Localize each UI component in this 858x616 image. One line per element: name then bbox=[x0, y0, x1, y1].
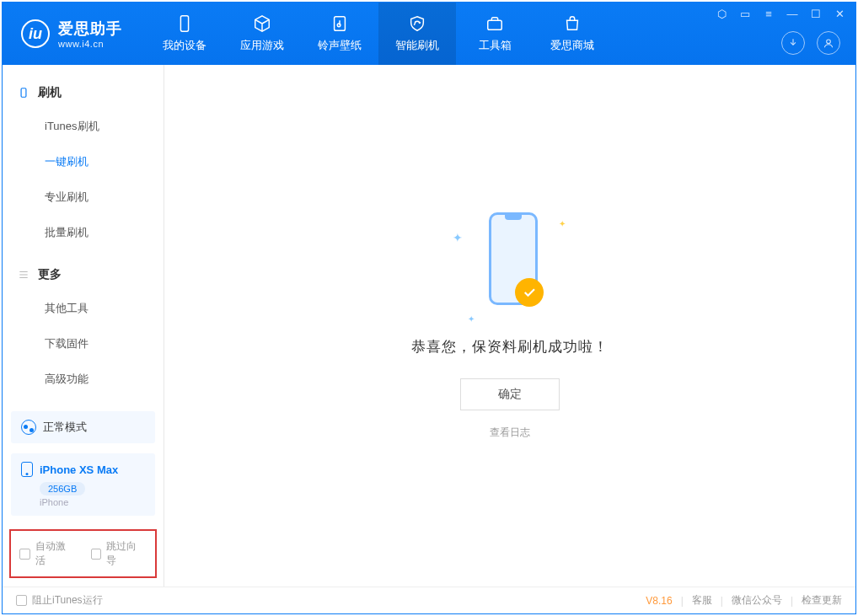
top-nav: 我的设备 应用游戏 铃声壁纸 智能刷机 工具箱 爱思商城 bbox=[146, 3, 611, 65]
svg-rect-5 bbox=[21, 88, 26, 98]
body: 刷机 iTunes刷机 一键刷机 专业刷机 批量刷机 更多 其他工具 下载固件 … bbox=[3, 65, 855, 587]
checkbox-icon bbox=[91, 549, 102, 560]
menu-icon[interactable]: ≡ bbox=[763, 8, 775, 20]
header-side-controls bbox=[781, 31, 840, 55]
device-icon bbox=[18, 87, 29, 99]
nav-label: 铃声壁纸 bbox=[318, 38, 362, 53]
checkbox-block-itunes[interactable]: 阻止iTunes运行 bbox=[16, 593, 103, 608]
mode-box[interactable]: 正常模式 bbox=[11, 411, 155, 443]
cube-icon bbox=[253, 14, 271, 33]
sparkle-icon: ✦ bbox=[468, 314, 475, 324]
header: iu 爱思助手 www.i4.cn 我的设备 应用游戏 铃声壁纸 智能刷机 bbox=[3, 3, 855, 65]
window-controls: ⬡ ▭ ≡ ― ☐ ✕ bbox=[716, 8, 845, 20]
view-log-link[interactable]: 查看日志 bbox=[490, 426, 530, 440]
separator: | bbox=[721, 595, 723, 607]
footer-link-update[interactable]: 检查更新 bbox=[802, 593, 842, 608]
logo-text: 爱思助手 www.i4.cn bbox=[58, 19, 122, 49]
checkmark-badge-icon bbox=[515, 278, 544, 307]
maximize-button[interactable]: ☐ bbox=[810, 8, 822, 20]
download-button[interactable] bbox=[781, 31, 805, 55]
sparkle-icon: ✦ bbox=[559, 219, 566, 228]
app-window: iu 爱思助手 www.i4.cn 我的设备 应用游戏 铃声壁纸 智能刷机 bbox=[2, 2, 856, 614]
nav-toolbox[interactable]: 工具箱 bbox=[456, 3, 534, 65]
nav-smart-flash[interactable]: 智能刷机 bbox=[378, 3, 456, 65]
sidebar-item-download-firmware[interactable]: 下载固件 bbox=[3, 326, 164, 362]
app-name-en: www.i4.cn bbox=[58, 39, 122, 49]
checkbox-auto-activate[interactable]: 自动激活 bbox=[19, 539, 76, 568]
briefcase-icon bbox=[485, 14, 504, 33]
footer-link-service[interactable]: 客服 bbox=[692, 593, 712, 608]
music-file-icon bbox=[330, 14, 349, 33]
checkbox-icon bbox=[19, 549, 30, 560]
group-title: 刷机 bbox=[38, 85, 62, 100]
logo-icon: iu bbox=[21, 19, 50, 48]
sparkle-icon: ✦ bbox=[453, 231, 463, 244]
footer-right: V8.16 | 客服 | 微信公众号 | 检查更新 bbox=[646, 593, 842, 608]
sidebar-item-oneclick-flash[interactable]: 一键刷机 bbox=[3, 144, 164, 179]
footer: 阻止iTunes运行 V8.16 | 客服 | 微信公众号 | 检查更新 bbox=[3, 587, 855, 613]
nav-label: 工具箱 bbox=[479, 38, 512, 53]
minimize-button[interactable]: ― bbox=[786, 8, 798, 20]
sidebar-item-pro-flash[interactable]: 专业刷机 bbox=[3, 179, 164, 215]
version-label: V8.16 bbox=[646, 595, 672, 607]
nav-store[interactable]: 爱思商城 bbox=[534, 3, 611, 65]
sidebar-group-flash: 刷机 bbox=[3, 77, 164, 109]
note-icon[interactable]: ▭ bbox=[739, 8, 751, 20]
separator: | bbox=[791, 595, 793, 607]
sidebar: 刷机 iTunes刷机 一键刷机 专业刷机 批量刷机 更多 其他工具 下载固件 … bbox=[3, 65, 164, 587]
sidebar-scroll: 刷机 iTunes刷机 一键刷机 专业刷机 批量刷机 更多 其他工具 下载固件 … bbox=[3, 65, 164, 404]
account-button[interactable] bbox=[817, 31, 840, 55]
option-row-highlighted: 自动激活 跳过向导 bbox=[9, 529, 157, 578]
device-name: iPhone XS Max bbox=[40, 463, 118, 476]
nav-my-device[interactable]: 我的设备 bbox=[146, 3, 223, 65]
sidebar-item-batch-flash[interactable]: 批量刷机 bbox=[3, 215, 164, 250]
bag-icon bbox=[563, 14, 582, 33]
sidebar-item-itunes-flash[interactable]: iTunes刷机 bbox=[3, 109, 164, 144]
phone-small-icon bbox=[21, 462, 33, 477]
phone-icon bbox=[175, 14, 194, 33]
list-icon bbox=[18, 269, 29, 281]
nav-apps-games[interactable]: 应用游戏 bbox=[223, 3, 301, 65]
checkbox-label: 阻止iTunes运行 bbox=[32, 593, 103, 608]
sidebar-item-other-tools[interactable]: 其他工具 bbox=[3, 291, 164, 326]
mode-label: 正常模式 bbox=[43, 420, 87, 435]
group-title: 更多 bbox=[38, 267, 62, 282]
nav-label: 应用游戏 bbox=[240, 38, 284, 53]
nav-label: 智能刷机 bbox=[395, 38, 439, 53]
main-content: ✦ ✦ ✦ 恭喜您，保资料刷机成功啦！ 确定 查看日志 bbox=[164, 65, 855, 587]
success-message: 恭喜您，保资料刷机成功啦！ bbox=[411, 337, 609, 356]
mode-icon bbox=[21, 420, 36, 435]
success-illustration: ✦ ✦ ✦ bbox=[459, 212, 560, 322]
sidebar-item-advanced[interactable]: 高级功能 bbox=[3, 362, 164, 397]
checkbox-icon bbox=[16, 595, 27, 606]
device-capacity: 256GB bbox=[40, 482, 85, 495]
ok-button[interactable]: 确定 bbox=[460, 378, 560, 410]
checkbox-skip-guide[interactable]: 跳过向导 bbox=[91, 539, 147, 568]
refresh-shield-icon bbox=[408, 14, 426, 33]
sidebar-group-more: 更多 bbox=[3, 259, 164, 291]
nav-label: 我的设备 bbox=[163, 38, 206, 53]
device-card[interactable]: iPhone XS Max 256GB iPhone bbox=[11, 453, 155, 516]
svg-rect-3 bbox=[488, 20, 502, 29]
app-name-cn: 爱思助手 bbox=[58, 19, 122, 39]
nav-label: 爱思商城 bbox=[550, 38, 594, 53]
separator: | bbox=[681, 595, 684, 607]
shirt-icon[interactable]: ⬡ bbox=[716, 8, 727, 20]
close-button[interactable]: ✕ bbox=[834, 8, 845, 20]
nav-ringtone-wallpaper[interactable]: 铃声壁纸 bbox=[301, 3, 378, 65]
svg-point-4 bbox=[827, 40, 831, 44]
svg-point-2 bbox=[337, 24, 341, 27]
device-type: iPhone bbox=[40, 497, 145, 507]
checkbox-label: 自动激活 bbox=[35, 539, 76, 568]
checkbox-label: 跳过向导 bbox=[106, 539, 147, 568]
svg-rect-0 bbox=[180, 16, 188, 31]
footer-link-wechat[interactable]: 微信公众号 bbox=[732, 593, 782, 608]
logo: iu 爱思助手 www.i4.cn bbox=[3, 19, 137, 49]
